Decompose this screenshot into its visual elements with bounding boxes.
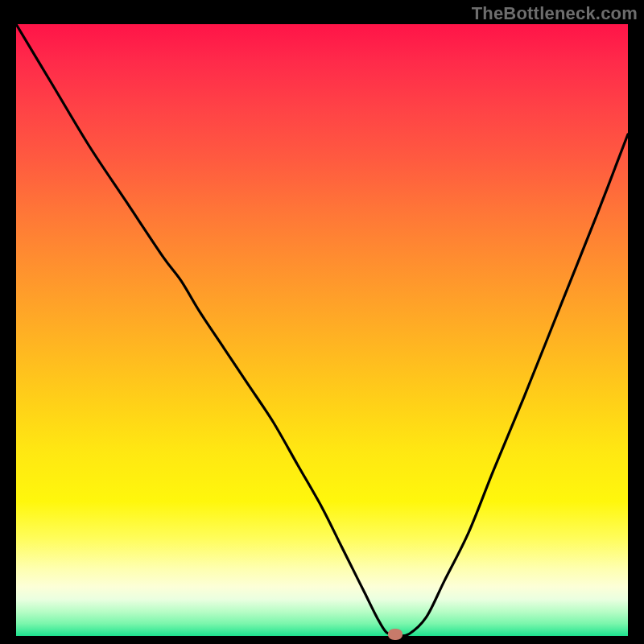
curve-svg [16, 24, 628, 636]
plot-area [16, 24, 628, 636]
optimum-marker [388, 629, 402, 640]
bottleneck-curve-path [16, 24, 628, 636]
chart-frame: TheBottleneck.com [0, 0, 644, 644]
watermark-text: TheBottleneck.com [472, 3, 638, 24]
